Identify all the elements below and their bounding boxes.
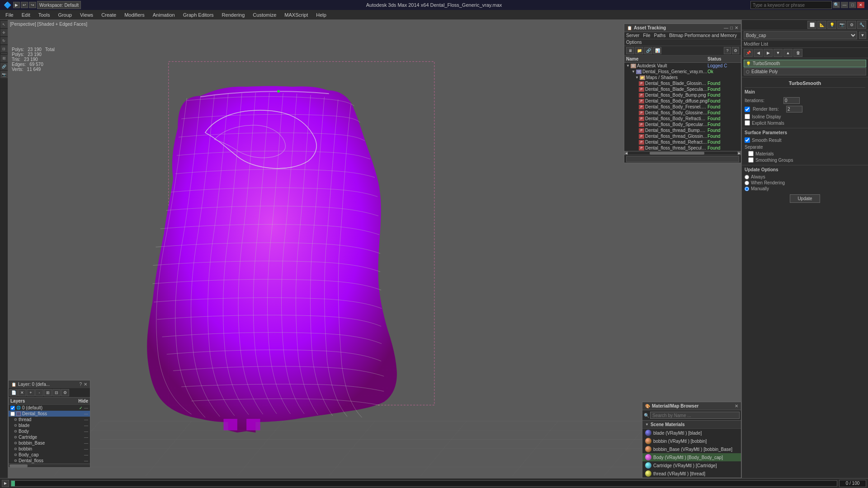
menu-tools[interactable]: Tools <box>35 11 54 19</box>
asset-menu-server[interactable]: Server <box>626 33 639 38</box>
layer-remove-button[interactable]: - <box>35 389 43 396</box>
asset-tb-2[interactable]: 📁 <box>635 47 643 54</box>
asset-row-img8[interactable]: P Dental_floss_Body_Specular.png Found <box>624 122 741 127</box>
material-bobbin[interactable]: bobbin (VRayMtl ) [bobbin] <box>642 437 741 445</box>
search-icon[interactable]: 🔍 <box>833 2 840 8</box>
menu-help[interactable]: Help <box>312 11 330 19</box>
layer-help-button[interactable]: ? <box>79 382 82 387</box>
layer-body-row[interactable]: ⊙ Body — <box>9 428 90 434</box>
update-button[interactable]: Update <box>790 194 820 203</box>
layer-body-cap-row[interactable]: ⊙ Body_cap — <box>9 452 90 458</box>
material-bobbin-base[interactable]: bobbin_Base (VRayMtl ) [bobbin_Base] <box>642 445 741 453</box>
layer-dental2-row[interactable]: ⊙ Dental_floss — <box>9 458 90 464</box>
move-tool-icon[interactable]: ✛ <box>0 29 8 36</box>
asset-tb-1[interactable]: 🖥 <box>626 47 634 54</box>
mod-down-button[interactable]: ▼ <box>774 49 783 57</box>
menu-customize[interactable]: Customize <box>249 11 280 19</box>
isoline-checkbox[interactable] <box>745 114 750 119</box>
scale-tool-icon[interactable]: ⊡ <box>0 45 8 52</box>
turbosmooth-modifier[interactable]: 💡 TurboSmooth <box>744 60 866 67</box>
layer-settings-button[interactable]: ⚙ <box>61 389 69 396</box>
layer-bobbin-base-row[interactable]: ⊙ bobbin_Base — <box>9 440 90 446</box>
explicit-normals-checkbox[interactable] <box>745 120 750 126</box>
asset-config-button[interactable]: ⚙ <box>732 47 739 54</box>
menu-create[interactable]: Create <box>98 11 120 19</box>
camera-icon[interactable]: 📷 <box>0 71 8 78</box>
asset-scrollbar-left[interactable]: ◀ <box>624 151 628 155</box>
asset-path-input[interactable] <box>626 156 739 162</box>
play-button[interactable]: ▶ <box>2 480 9 487</box>
menu-rendering[interactable]: Rendering <box>218 11 249 19</box>
timeline-track[interactable] <box>11 480 837 487</box>
always-radio[interactable] <box>745 175 749 179</box>
layer-scrollbar-thumb[interactable] <box>9 465 28 467</box>
layer-bobbin-row[interactable]: ⊙ bobbin — <box>9 446 90 452</box>
asset-options-item[interactable]: Options <box>626 40 642 45</box>
search-input[interactable] <box>750 1 832 9</box>
mod-up-button[interactable]: ▲ <box>783 49 793 57</box>
materials-checkbox[interactable] <box>748 151 754 156</box>
asset-scrollbar-thumb[interactable] <box>650 152 704 155</box>
asset-menu-paths[interactable]: Paths <box>654 33 666 38</box>
link-tool-icon[interactable]: ⛓ <box>0 55 8 62</box>
modifier-icon-1[interactable]: ⬜ <box>807 21 816 29</box>
asset-minimize-button[interactable]: — <box>724 25 728 30</box>
workspace-dropdown[interactable]: Workspace: Default <box>37 1 81 9</box>
maximize-button[interactable]: □ <box>849 2 856 8</box>
menu-file[interactable]: File <box>2 11 17 19</box>
toolbar-quick-access[interactable]: ▶ ↩ ↪ Workspace: Default <box>13 1 81 9</box>
asset-row-img5[interactable]: P Dental_floss_Body_Fresnel.png Found <box>624 104 741 110</box>
asset-row-img9[interactable]: P Dental_floss_thread_Bump.png Found <box>624 127 741 133</box>
render-iters-checkbox[interactable] <box>745 107 750 112</box>
mod-trash-button[interactable]: 🗑 <box>793 49 802 57</box>
menu-modifiers[interactable]: Modifiers <box>121 11 148 19</box>
unlink-tool-icon[interactable]: 🔗 <box>0 63 8 70</box>
smoothing-groups-checkbox[interactable] <box>748 157 754 163</box>
material-search-input[interactable] <box>650 412 740 419</box>
asset-path-bar[interactable] <box>624 155 741 163</box>
menu-graph-editors[interactable]: Graph Editors <box>179 11 217 19</box>
asset-menu-bitmap[interactable]: Bitmap Performance and Memory <box>669 33 737 38</box>
modifier-icon-4[interactable]: 📷 <box>837 21 846 29</box>
layer-cartridge-row[interactable]: ⊙ Cartridge — <box>9 434 90 440</box>
asset-menu-file[interactable]: File <box>643 33 650 38</box>
menu-edit[interactable]: Edit <box>18 11 34 19</box>
asset-scrollbar-right[interactable]: ▶ <box>737 151 741 155</box>
asset-close-button[interactable]: ✕ <box>735 25 738 30</box>
material-body[interactable]: Body (VRayMtl ) [Body_Body_cap] <box>642 453 741 461</box>
select-tool-icon[interactable]: ↖ <box>0 21 8 28</box>
asset-maximize-button[interactable]: □ <box>730 25 733 30</box>
asset-row-maps[interactable]: ▼ 📁 Maps / Shaders <box>624 75 741 80</box>
modifier-icon-2[interactable]: 📐 <box>817 21 826 29</box>
asset-row-img6[interactable]: P Dental_floss_Body_Glossiness.png Found <box>624 110 741 116</box>
material-cartridge[interactable]: Cartridge (VRayMtl ) [Cartridge] <box>642 461 741 469</box>
layer-new-button[interactable]: 📄 <box>9 389 18 396</box>
iterations-input[interactable] <box>783 97 800 104</box>
mod-pin-button[interactable]: 📌 <box>744 49 753 57</box>
layer-dental-row[interactable]: Dental_floss — <box>9 411 90 417</box>
mod-right-button[interactable]: ▶ <box>764 49 773 57</box>
when-rendering-radio[interactable] <box>745 181 749 185</box>
layer-dental-checkbox[interactable] <box>10 412 15 416</box>
layer-collapse-button[interactable]: ⊟ <box>52 389 61 396</box>
object-name-dropdown[interactable]: Body_cap <box>744 31 857 39</box>
menu-group[interactable]: Group <box>54 11 75 19</box>
asset-scrollbar-h[interactable]: ◀ ▶ <box>624 151 741 155</box>
asset-row-vault[interactable]: ▼ 🏛 Autodesk Vault Logged C <box>624 63 741 69</box>
frame-counter[interactable]: 0 / 100 <box>839 480 866 487</box>
mod-left-button[interactable]: ◀ <box>754 49 763 57</box>
layer-thread-row[interactable]: ⊙ thread — <box>9 417 90 422</box>
asset-row-img12[interactable]: P Dental_floss_thread_Specular.png Found <box>624 145 741 151</box>
scene-materials-expand-icon[interactable]: ▼ <box>645 422 649 427</box>
asset-tb-3[interactable]: 🔗 <box>644 47 652 54</box>
editable-poly-modifier[interactable]: ⬡ Editable Poly <box>744 68 866 75</box>
layer-delete-button[interactable]: ✕ <box>18 389 26 396</box>
menu-maxscript[interactable]: MAXScript <box>281 11 311 19</box>
asset-row-img7[interactable]: P Dental_floss_Body_Refraction.png Found <box>624 116 741 122</box>
modifier-icon-3[interactable]: 💡 <box>827 21 836 29</box>
asset-help-button[interactable]: ? <box>724 47 731 54</box>
modifier-icon-5[interactable]: ⚙ <box>847 21 856 29</box>
layer-row[interactable]: 🌐 0 (default) ✓ — <box>9 405 90 411</box>
layer-scrollbar[interactable] <box>9 464 90 467</box>
layer-expand-button[interactable]: ⊞ <box>44 389 52 396</box>
